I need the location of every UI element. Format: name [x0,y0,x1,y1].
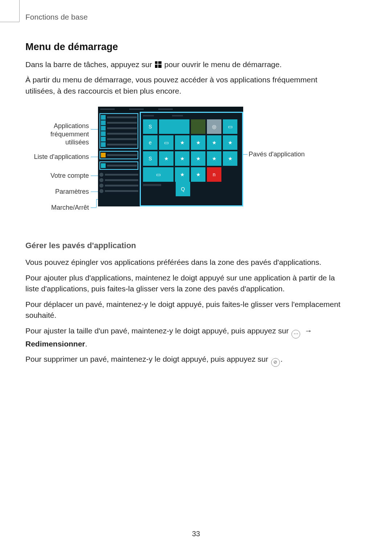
callout-power: Marche/Arrêt [25,204,89,212]
running-head: Fonctions de base [25,13,341,21]
more-options-icon: ⋯ [291,330,300,338]
callout-settings: Paramètres [25,188,89,196]
text: Dans la barre de tâches, appuyez sur [25,60,154,69]
para-resize-tile: Pour ajuster la taille d'un pavé, mainte… [25,325,341,349]
heading-start-menu: Menu de démarrage [25,41,341,53]
region-tiles: S◎▭ e▭★★★★ S★★★★★ ▭★★n Q [140,112,243,206]
region-bottom-icons [99,172,138,194]
text: Pour supprimer un pavé, maintenez-y le d… [25,355,270,363]
para-remove-tile: Pour supprimer un pavé, maintenez-y le d… [25,354,341,367]
page-content: Fonctions de base Menu de démarrage Dans… [25,13,341,371]
arrow-icon: → [305,327,312,335]
label-resize: Redimensionner [25,340,85,348]
region-account [99,161,138,170]
para-pin-favorites: Vous pouvez épingler vos applications pr… [25,257,341,268]
heading-manage-tiles: Gérer les pavés d'application [25,241,341,250]
para-move-tile: Pour déplacer un pavé, maintenez-y le do… [25,299,341,321]
callout-app-tiles: Pavés d'application [249,150,321,159]
para-open-start: Dans la barre de tâches, appuyez sur pou… [25,59,341,70]
text: Pour ajuster la taille d'un pavé, mainte… [25,327,291,335]
unpin-icon: ⊘ [271,358,280,367]
windows-start-icon [155,61,162,68]
text: pour ouvrir le menu de démarrage. [164,60,282,69]
callout-apps-list: Liste d'applications [25,153,89,161]
para-add-apps: Pour ajouter plus d'applications, mainte… [25,272,341,295]
start-menu-screenshot: S◎▭ e▭★★★★ S★★★★★ ▭★★n Q [98,107,243,206]
page-number: 33 [0,530,392,538]
start-menu-figure: Applications fréquemment utilisées Liste… [25,107,341,219]
region-frequent-apps [99,113,138,149]
start-sidebar [98,112,140,206]
callout-frequent-apps: Applications fréquemment utilisées [25,122,89,147]
margin-rule-horizontal [0,22,19,22]
margin-rule-vertical [19,0,20,22]
para-start-desc: À partir du menu de démarrage, vous pouv… [25,74,341,97]
region-apps-list [99,151,138,159]
callout-account: Votre compte [25,172,89,180]
